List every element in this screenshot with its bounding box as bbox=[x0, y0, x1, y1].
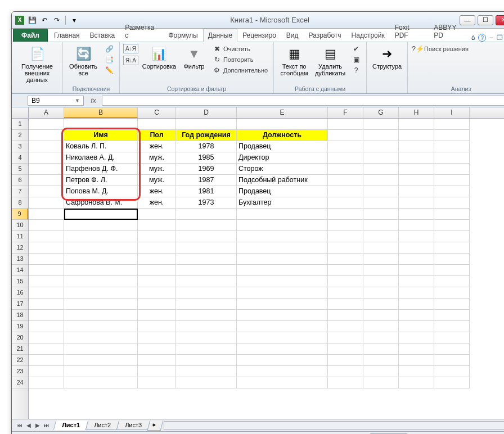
cell-D3[interactable]: 1978 bbox=[176, 141, 237, 152]
cell-H16[interactable] bbox=[399, 287, 434, 299]
row-header-3[interactable]: 3 bbox=[12, 141, 28, 152]
sheet-nav-prev[interactable]: ◀ bbox=[24, 421, 33, 430]
select-all-corner[interactable] bbox=[12, 107, 29, 118]
cell-I5[interactable] bbox=[434, 164, 470, 175]
cell-D18[interactable] bbox=[176, 310, 237, 321]
row-header-10[interactable]: 10 bbox=[12, 220, 28, 231]
cell-I9[interactable] bbox=[434, 209, 470, 220]
cell-I4[interactable] bbox=[434, 152, 470, 164]
horizontal-scrollbar[interactable] bbox=[164, 421, 504, 430]
cell-A3[interactable] bbox=[29, 141, 64, 152]
ribbon-minimize-icon[interactable]: ۵ bbox=[471, 34, 475, 42]
cell-A8[interactable] bbox=[29, 197, 64, 209]
cell-A9[interactable] bbox=[29, 209, 64, 220]
cell-H20[interactable] bbox=[399, 332, 434, 343]
cell-F22[interactable] bbox=[328, 355, 363, 366]
namebox-dropdown-icon[interactable]: ▼ bbox=[75, 98, 80, 103]
cell-I7[interactable] bbox=[434, 186, 470, 197]
cell-G18[interactable] bbox=[363, 310, 399, 321]
cell-I12[interactable] bbox=[434, 242, 470, 254]
col-header-D[interactable]: D bbox=[176, 107, 237, 118]
row-header-18[interactable]: 18 bbox=[12, 310, 28, 321]
tab-review[interactable]: Рецензиро bbox=[237, 29, 281, 42]
cell-H23[interactable] bbox=[399, 366, 434, 377]
cell-D20[interactable] bbox=[176, 332, 237, 343]
cell-B19[interactable] bbox=[64, 321, 138, 332]
cell-H17[interactable] bbox=[399, 299, 434, 310]
cell-E16[interactable] bbox=[237, 287, 328, 299]
col-header-G[interactable]: G bbox=[363, 107, 399, 118]
row-header-12[interactable]: 12 bbox=[12, 242, 28, 254]
cell-A14[interactable] bbox=[29, 265, 64, 276]
col-header-H[interactable]: H bbox=[399, 107, 434, 118]
cell-H22[interactable] bbox=[399, 355, 434, 366]
tab-abbyy[interactable]: ABBYY PD bbox=[429, 21, 471, 42]
cell-B7[interactable]: Попова М. Д. bbox=[64, 186, 138, 197]
cell-G16[interactable] bbox=[363, 287, 399, 299]
cell-G21[interactable] bbox=[363, 343, 399, 355]
cell-I19[interactable] bbox=[434, 321, 470, 332]
cell-E18[interactable] bbox=[237, 310, 328, 321]
text-to-columns-button[interactable]: ▦ Текст по столбцам bbox=[277, 44, 311, 78]
cell-C5[interactable]: муж. bbox=[138, 164, 176, 175]
cell-I23[interactable] bbox=[434, 366, 470, 377]
cell-B4[interactable]: Николаев А. Д. bbox=[64, 152, 138, 164]
cell-C4[interactable]: муж. bbox=[138, 152, 176, 164]
cell-C13[interactable] bbox=[138, 254, 176, 265]
cells[interactable]: ИмяПолГод рожденияДолжностьКоваль Л. П.ж… bbox=[29, 119, 504, 419]
cell-B24[interactable] bbox=[64, 377, 138, 388]
cell-D24[interactable] bbox=[176, 377, 237, 388]
row-header-7[interactable]: 7 bbox=[12, 186, 28, 197]
sort-button[interactable]: 📊 Сортировка bbox=[141, 44, 178, 71]
advanced-filter-button[interactable]: ⚙Дополнительно bbox=[210, 65, 270, 75]
solver-button[interactable]: ?⚡Поиск решения bbox=[411, 44, 471, 54]
row-header-14[interactable]: 14 bbox=[12, 265, 28, 276]
cell-B2[interactable]: Имя bbox=[64, 130, 138, 141]
col-header-C[interactable]: C bbox=[138, 107, 176, 118]
close-button[interactable]: ✕ bbox=[496, 15, 504, 25]
help-icon[interactable]: ? bbox=[478, 34, 486, 42]
cell-F10[interactable] bbox=[328, 220, 363, 231]
cell-A7[interactable] bbox=[29, 186, 64, 197]
cell-G3[interactable] bbox=[363, 141, 399, 152]
cell-C9[interactable] bbox=[138, 209, 176, 220]
cell-D10[interactable] bbox=[176, 220, 237, 231]
cell-I11[interactable] bbox=[434, 231, 470, 242]
save-button[interactable]: 💾 bbox=[26, 15, 38, 26]
cell-H11[interactable] bbox=[399, 231, 434, 242]
cell-B5[interactable]: Парфенов Д. Ф. bbox=[64, 164, 138, 175]
cell-C2[interactable]: Пол bbox=[138, 130, 176, 141]
cell-D23[interactable] bbox=[176, 366, 237, 377]
qat-more[interactable]: ▾ bbox=[69, 15, 80, 26]
cell-E8[interactable]: Бухгалтер bbox=[237, 197, 328, 209]
cell-D1[interactable] bbox=[176, 119, 237, 130]
cell-H21[interactable] bbox=[399, 343, 434, 355]
cell-E20[interactable] bbox=[237, 332, 328, 343]
cell-G8[interactable] bbox=[363, 197, 399, 209]
cell-D12[interactable] bbox=[176, 242, 237, 254]
tab-addins[interactable]: Надстройк bbox=[346, 29, 390, 42]
cell-C11[interactable] bbox=[138, 231, 176, 242]
maximize-button[interactable]: ☐ bbox=[478, 15, 493, 25]
reapply-filter-button[interactable]: ↻Повторить bbox=[210, 55, 270, 65]
cell-A24[interactable] bbox=[29, 377, 64, 388]
tab-view[interactable]: Вид bbox=[281, 29, 304, 42]
undo-button[interactable]: ↶ bbox=[39, 15, 50, 26]
row-header-9[interactable]: 9 bbox=[12, 209, 28, 220]
cell-G2[interactable] bbox=[363, 130, 399, 141]
cell-A19[interactable] bbox=[29, 321, 64, 332]
row-header-17[interactable]: 17 bbox=[12, 299, 28, 310]
cell-B22[interactable] bbox=[64, 355, 138, 366]
cell-A10[interactable] bbox=[29, 220, 64, 231]
cell-B6[interactable]: Петров Ф. Л. bbox=[64, 175, 138, 186]
cell-H9[interactable] bbox=[399, 209, 434, 220]
sort-asc-button[interactable]: А↓Я bbox=[123, 44, 138, 53]
cell-G20[interactable] bbox=[363, 332, 399, 343]
col-header-A[interactable]: A bbox=[29, 107, 64, 118]
get-external-data-button[interactable]: 📄 Получение внешних данных bbox=[15, 44, 59, 84]
cell-C24[interactable] bbox=[138, 377, 176, 388]
cell-I18[interactable] bbox=[434, 310, 470, 321]
cell-C14[interactable] bbox=[138, 265, 176, 276]
col-header-E[interactable]: E bbox=[237, 107, 328, 118]
cell-A15[interactable] bbox=[29, 276, 64, 287]
